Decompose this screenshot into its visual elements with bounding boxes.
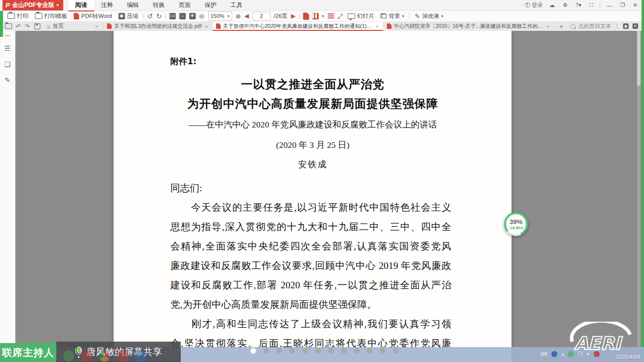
- rotate-left-icon[interactable]: ↺: [147, 13, 153, 19]
- rotate-right-icon[interactable]: ↻: [156, 13, 162, 19]
- pagination-dot[interactable]: [328, 348, 334, 354]
- print-button[interactable]: 打印: [6, 11, 30, 21]
- scroll-view-button[interactable]: [328, 13, 334, 19]
- pagination-dot[interactable]: [393, 348, 398, 354]
- outline-panel-icon[interactable]: ☰: [4, 44, 11, 52]
- doc-text-line: 会精神,全面落实中央纪委四次全会部署,认真落实国资委党风: [170, 237, 451, 256]
- zoom-level-select[interactable]: 150%▾: [208, 11, 232, 20]
- aeri-logo-text: AERI: [574, 333, 623, 354]
- more-icon[interactable]: ⋮: [614, 23, 620, 29]
- prev-page-button[interactable]: ◀: [245, 12, 249, 19]
- keyboard-tray-icon[interactable]: ⌨: [540, 352, 547, 357]
- open-folder-icon[interactable]: [5, 23, 12, 29]
- scrollbar-thumb[interactable]: [637, 31, 641, 86]
- pdf-page: 附件1: 一以贯之推进全面从严治党 为开创中汽中心高质量发展新局面提供坚强保障 …: [114, 31, 512, 362]
- menu-tab[interactable]: 页面: [172, 0, 198, 10]
- minimize-button[interactable]: —: [605, 2, 614, 8]
- single-page-view-button[interactable]: [303, 12, 309, 19]
- slideshow-button[interactable]: 幻灯片: [346, 11, 376, 21]
- login-button[interactable]: ① 登录: [525, 1, 543, 9]
- annotations-panel-icon[interactable]: ✎: [4, 76, 10, 84]
- fullscreen-icon[interactable]: ⛶: [588, 2, 595, 8]
- share-border-right: [642, 0, 644, 362]
- doc-date-line: (2020 年 3 月 25 日): [153, 139, 472, 151]
- doc-author: 安铁成: [153, 158, 472, 170]
- pagination-dot[interactable]: [315, 348, 321, 354]
- menu-tab[interactable]: 工具: [224, 0, 250, 10]
- text-cursor: [322, 159, 323, 167]
- tray-expand-icon[interactable]: ▴: [561, 352, 564, 357]
- pagination-dot[interactable]: [289, 348, 295, 354]
- correction-fluid-button[interactable]: ✎涂改液▾: [413, 11, 444, 21]
- pagination-dot[interactable]: [251, 348, 256, 354]
- menu-tab[interactable]: 保护: [198, 0, 224, 10]
- collapse-handle[interactable]: [4, 35, 10, 36]
- help-button[interactable]: ?▾: [574, 2, 583, 8]
- new-tab-button[interactable]: +: [554, 22, 568, 30]
- titlebar-controls: ① 登录 ☁ ⚙ ?▾ ⛶ — ❐ ✕: [525, 1, 644, 9]
- zoom-out-button[interactable]: ⊖: [199, 13, 205, 19]
- close-icon[interactable]: ×: [94, 23, 99, 29]
- popup-icon[interactable]: ⇱: [633, 23, 638, 29]
- page-number-input[interactable]: 2: [253, 12, 270, 20]
- find-text-box[interactable]: 点此查找文本 ⋮ ▣ ⇱: [570, 22, 642, 30]
- chevron-down-icon: ▾: [402, 14, 404, 18]
- background-button[interactable]: 背景▾: [379, 11, 405, 21]
- doc-text-line: 建设和反腐败工作,部署 2020 年任务,一以贯之推进全面从严治: [170, 275, 451, 295]
- gear-icon[interactable]: ⚙: [561, 2, 569, 8]
- vertical-scrollbar[interactable]: [637, 31, 641, 347]
- print-template-button[interactable]: 打印模板: [33, 11, 69, 21]
- file-tab[interactable]: 中心汽研院党字〔2020〕16号-关于...廉政建设和反腐败工作的通知(1).p…: [384, 21, 554, 31]
- compress-button[interactable]: ▣压缩: [117, 11, 140, 21]
- cloud-icon[interactable]: ☁: [548, 2, 556, 8]
- blue-app-icon: [135, 351, 146, 362]
- pagination-dot[interactable]: [302, 348, 308, 354]
- undo-icon[interactable]: ↶: [14, 23, 23, 30]
- fullscreen-reading-button[interactable]: ⤢: [338, 13, 343, 19]
- home-tab[interactable]: ⌂ 首页 ×: [43, 21, 104, 31]
- home-tab-label: 首页: [53, 22, 64, 30]
- redo-icon[interactable]: ↷: [23, 23, 32, 30]
- file-tabbar: ↶ ↷ ⌂ 首页 × 关于韩国L3自动驾驶的法规交流会.pdf × 关于加强中汽…: [3, 21, 642, 31]
- two-page-view-button[interactable]: ▌▌: [312, 13, 319, 19]
- progress-percent: 39%: [510, 219, 522, 225]
- menu-tab[interactable]: 转换: [146, 0, 172, 10]
- pagination-dot[interactable]: [276, 348, 282, 354]
- close-icon[interactable]: ×: [375, 23, 380, 29]
- help-tray-icon[interactable]: [551, 351, 557, 357]
- panel-icon[interactable]: ▣: [623, 23, 629, 29]
- actual-size-button[interactable]: 1:1: [169, 13, 176, 19]
- pagination-dot[interactable]: [263, 348, 269, 354]
- chevron-down-icon: ▾: [57, 3, 59, 7]
- pdf-to-word-button[interactable]: PDF转Word: [72, 11, 114, 21]
- menu-tab[interactable]: 阅读: [68, 0, 94, 11]
- progress-ring-inner: 39% ↓18.5K/s: [506, 214, 526, 234]
- pagination-dot[interactable]: [354, 348, 360, 354]
- red-app-icon: [81, 351, 92, 362]
- ribbon-toolbar: 打印 打印模板 PDF转Word ▣压缩 ↺ ↻ 1:1 ↔ ✥ ⊖ 150%▾…: [3, 10, 642, 22]
- screen-share-panel: 唐风敏的屏幕共享: [56, 342, 181, 362]
- mail-app-icon: [117, 351, 128, 362]
- close-button[interactable]: ✕: [632, 2, 639, 8]
- pagination-dot[interactable]: [367, 348, 373, 354]
- app-badge[interactable]: P 金山PDF专业版 ▾: [2, 0, 63, 10]
- fit-width-button[interactable]: ↔: [179, 13, 186, 19]
- file-tab[interactable]: 关于加强中汽中心2020年党风廉政建设和反腐败工作的通知(1).pdf ×: [213, 21, 384, 31]
- fit-page-button[interactable]: ✥: [189, 13, 196, 19]
- close-icon[interactable]: ×: [204, 23, 209, 29]
- zoom-in-button[interactable]: ⊕: [236, 13, 241, 19]
- close-icon[interactable]: ×: [545, 23, 550, 29]
- cohost-badge: 联席主持人: [0, 343, 56, 362]
- pagination-dot[interactable]: [380, 348, 386, 354]
- next-page-button[interactable]: ▶: [291, 12, 295, 19]
- pagination-dot[interactable]: [341, 348, 347, 354]
- browser-icon: [99, 351, 110, 362]
- menu-tab[interactable]: 注释: [94, 0, 120, 10]
- save-icon[interactable]: [34, 23, 40, 29]
- file-tab[interactable]: 关于韩国L3自动驾驶的法规交流会.pdf ×: [104, 21, 213, 31]
- pagination-dots: [251, 348, 398, 354]
- menu-tab[interactable]: 编辑: [120, 0, 146, 10]
- doc-text-line: 同志们:: [170, 178, 451, 198]
- restore-button[interactable]: ❐: [619, 2, 627, 8]
- thumbnails-panel-icon[interactable]: ❏: [4, 60, 11, 68]
